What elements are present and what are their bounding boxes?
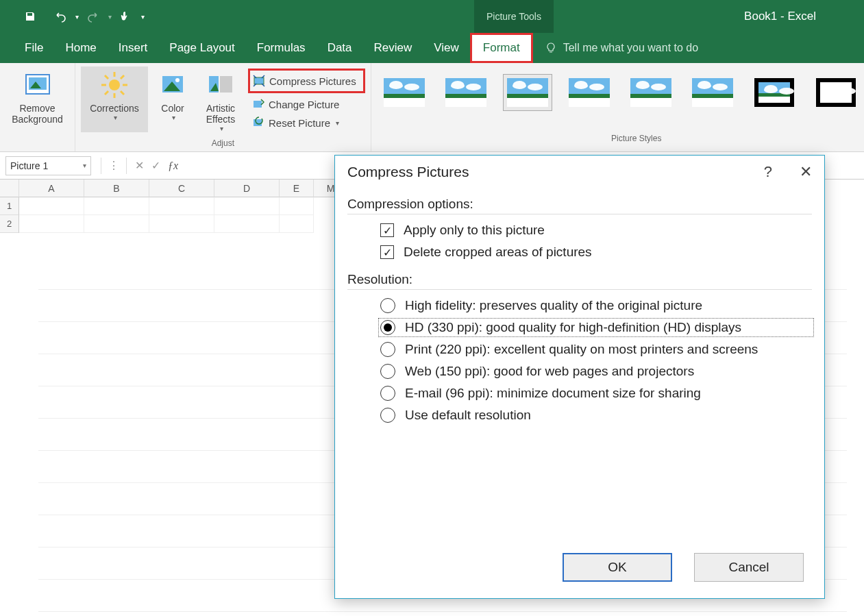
row-header-1[interactable]: 1 (0, 197, 19, 215)
remove-background-button[interactable]: Remove Background (4, 66, 71, 125)
picture-styles-group-label: Picture Styles (611, 132, 661, 147)
corrections-button[interactable]: Corrections ▾ (81, 66, 148, 132)
help-icon[interactable]: ? (764, 163, 772, 181)
tell-me-search[interactable]: Tell me what you want to do (545, 42, 698, 54)
dropdown-icon: ▾ (114, 114, 117, 121)
name-box[interactable]: Picture 1 ▾ (5, 156, 91, 175)
svg-line-8 (105, 75, 108, 79)
email-label: E-mail (96 ppi): minimize document size … (405, 386, 701, 401)
tab-insert[interactable]: Insert (108, 33, 159, 63)
cancel-button[interactable]: Cancel (694, 553, 804, 582)
fx-icon[interactable]: ƒx (168, 160, 178, 172)
quick-access-toolbar: ▾ ▾ ▾ (0, 7, 147, 26)
style-thumb-4[interactable] (565, 74, 614, 111)
compress-icon (253, 75, 265, 87)
style-thumb-3[interactable] (503, 74, 552, 111)
col-header-E[interactable]: E (280, 180, 314, 197)
style-thumb-1[interactable] (380, 74, 429, 111)
redo-dropdown-icon[interactable]: ▾ (106, 7, 114, 26)
tab-formulas[interactable]: Formulas (246, 33, 317, 63)
tab-review[interactable]: Review (363, 33, 423, 63)
style-thumb-7[interactable] (750, 74, 799, 111)
radio-hd[interactable]: HD (330 ppi): good quality for high-defi… (380, 320, 812, 335)
picture-styles-gallery[interactable] (380, 67, 864, 111)
svg-line-11 (105, 91, 108, 95)
color-button[interactable]: Color ▾ (152, 66, 193, 132)
cancel-icon[interactable]: ✕ (131, 158, 147, 174)
radio-default[interactable]: Use default resolution (380, 408, 812, 423)
select-all-corner[interactable] (0, 180, 19, 197)
undo-icon[interactable] (51, 7, 70, 26)
tab-file[interactable]: File (14, 33, 54, 63)
resolution-heading: Resolution: (347, 272, 812, 290)
touch-mode-icon[interactable] (116, 7, 136, 26)
checkbox-checked-icon: ✓ (380, 223, 394, 237)
lightbulb-icon (545, 42, 556, 53)
radio-unchecked-icon (380, 298, 395, 313)
radio-high-fidelity[interactable]: High fidelity: preserves quality of the … (380, 298, 812, 313)
qat-customize-dropdown-icon[interactable]: ▾ (138, 7, 147, 26)
tab-home[interactable]: Home (54, 33, 107, 63)
reset-picture-label: Reset Picture (269, 117, 330, 129)
color-icon (158, 71, 187, 99)
artistic-effects-label: Artistic Effects (197, 103, 244, 125)
radio-unchecked-icon (380, 408, 395, 423)
remove-background-icon (23, 71, 52, 99)
expand-panel-icon[interactable]: ⋮ (106, 158, 122, 174)
ribbon-tabs: File Home Insert Page Layout Formulas Da… (0, 33, 864, 63)
undo-dropdown-icon[interactable]: ▾ (73, 7, 81, 26)
ok-button[interactable]: OK (563, 553, 672, 582)
col-header-A[interactable]: A (19, 180, 84, 197)
style-thumb-5[interactable] (626, 74, 676, 111)
save-icon[interactable] (21, 7, 40, 26)
style-thumb-8[interactable] (811, 74, 861, 111)
change-picture-icon (252, 98, 264, 110)
delete-cropped-label: Delete cropped areas of pictures (404, 245, 592, 260)
col-header-B[interactable]: B (84, 180, 149, 197)
row-header-2[interactable]: 2 (0, 215, 19, 233)
default-label: Use default resolution (405, 408, 531, 423)
compress-pictures-label: Compress Pictures (269, 75, 356, 87)
apply-only-label: Apply only to this picture (404, 223, 545, 238)
tab-page-layout[interactable]: Page Layout (158, 33, 245, 63)
radio-email[interactable]: E-mail (96 ppi): minimize document size … (380, 386, 812, 401)
dialog-title: Compress Pictures (347, 164, 469, 180)
print-label: Print (220 ppi): excellent quality on mo… (405, 342, 758, 357)
style-thumb-2[interactable] (441, 74, 491, 111)
compress-pictures-dialog: Compress Pictures ? ✕ Compression option… (334, 155, 825, 599)
app-title: Book1 - Excel (744, 10, 816, 23)
radio-print[interactable]: Print (220 ppi): excellent quality on mo… (380, 342, 812, 357)
col-header-C[interactable]: C (149, 180, 214, 197)
change-picture-button[interactable]: Change Picture (248, 97, 365, 112)
tab-view[interactable]: View (423, 33, 470, 63)
delete-cropped-checkbox[interactable]: ✓ Delete cropped areas of pictures (380, 245, 812, 260)
adjust-group-label: Adjust (212, 136, 234, 151)
enter-icon[interactable]: ✓ (147, 158, 164, 174)
svg-rect-19 (254, 101, 262, 108)
reset-picture-button[interactable]: Reset Picture ▾ (248, 115, 365, 130)
radio-web[interactable]: Web (150 ppi): good for web pages and pr… (380, 364, 812, 379)
tab-data[interactable]: Data (317, 33, 363, 63)
artistic-effects-icon (206, 71, 235, 99)
style-thumb-6[interactable] (688, 74, 737, 111)
radio-unchecked-icon (380, 364, 395, 379)
tab-format[interactable]: Format (470, 33, 533, 63)
dropdown-icon: ▾ (172, 114, 175, 121)
close-icon[interactable]: ✕ (800, 163, 812, 181)
svg-rect-16 (220, 76, 232, 93)
title-bar: ▾ ▾ ▾ Picture Tools Book1 - Excel (0, 0, 864, 33)
name-box-value: Picture 1 (10, 160, 48, 171)
apply-only-checkbox[interactable]: ✓ Apply only to this picture (380, 223, 812, 238)
col-header-D[interactable]: D (214, 180, 280, 197)
sun-icon (100, 71, 129, 99)
picture-tools-contextual-tab: Picture Tools (474, 0, 554, 33)
compress-pictures-button[interactable]: Compress Pictures (248, 69, 365, 93)
svg-line-9 (121, 91, 124, 95)
svg-line-10 (121, 75, 124, 79)
redo-icon[interactable] (84, 7, 103, 26)
svg-point-3 (109, 79, 120, 90)
dropdown-icon: ▾ (336, 119, 339, 127)
dropdown-icon[interactable]: ▾ (83, 162, 86, 169)
artistic-effects-button[interactable]: Artistic Effects ▾ (197, 66, 244, 132)
tell-me-label: Tell me what you want to do (563, 42, 698, 54)
